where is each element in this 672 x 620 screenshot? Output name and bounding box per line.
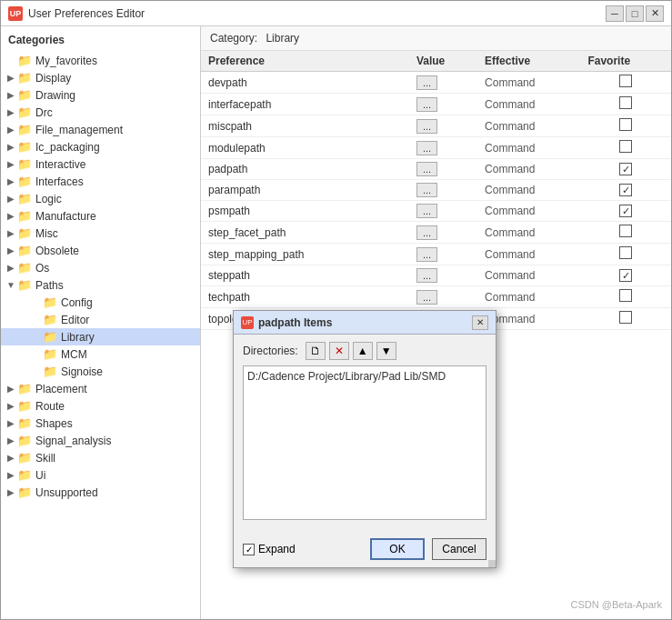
sidebar-item-logic[interactable]: ▶📁Logic bbox=[1, 190, 200, 207]
favorite-checkbox[interactable] bbox=[580, 222, 671, 244]
favorite-checkbox[interactable] bbox=[580, 244, 671, 265]
pref-value: ... bbox=[409, 159, 477, 180]
sidebar-item-manufacture[interactable]: ▶📁Manufacture bbox=[1, 207, 200, 225]
value-button[interactable]: ... bbox=[416, 97, 437, 112]
expand-label: Expand bbox=[258, 543, 296, 555]
resize-handle[interactable] bbox=[488, 560, 496, 567]
move-down-button[interactable]: ▼ bbox=[376, 342, 396, 360]
folder-icon-skill: 📁 bbox=[17, 451, 32, 465]
pref-name: interfacepath bbox=[201, 94, 409, 115]
sidebar-item-signal-analysis[interactable]: ▶📁Signal_analysis bbox=[1, 432, 200, 449]
sidebar-label-signoise: Signoise bbox=[61, 365, 103, 378]
effective-value: Command bbox=[477, 159, 580, 180]
sidebar-label-my-favorites: My_favorites bbox=[35, 55, 97, 67]
sidebar-label-signal-analysis: Signal_analysis bbox=[35, 435, 111, 447]
folder-icon-interactive: 📁 bbox=[17, 157, 32, 171]
favorite-checkbox[interactable] bbox=[580, 72, 671, 94]
sidebar-label-ic-packaging: Ic_packaging bbox=[35, 141, 100, 154]
move-up-button[interactable]: ▲ bbox=[353, 342, 373, 360]
sidebar-item-library[interactable]: 📁Library bbox=[1, 328, 200, 345]
effective-value: Command bbox=[477, 222, 580, 244]
value-button[interactable]: ... bbox=[416, 75, 437, 90]
maximize-button[interactable]: □ bbox=[626, 5, 644, 22]
sidebar-item-drawing[interactable]: ▶📁Drawing bbox=[1, 86, 200, 104]
value-button[interactable]: ... bbox=[416, 162, 437, 176]
favorite-checkbox[interactable]: ✓ bbox=[580, 201, 671, 222]
sidebar-item-signoise[interactable]: 📁Signoise bbox=[1, 363, 200, 380]
sidebar-item-placement[interactable]: ▶📁Placement bbox=[1, 380, 200, 397]
effective-value: Command bbox=[477, 244, 580, 265]
checkbox-unchecked bbox=[619, 289, 632, 302]
value-button[interactable]: ... bbox=[416, 204, 437, 218]
value-button[interactable]: ... bbox=[416, 268, 437, 283]
table-row: modulepath...Command bbox=[201, 137, 671, 159]
pref-name: psmpath bbox=[201, 201, 409, 222]
value-button[interactable]: ... bbox=[416, 183, 437, 197]
sidebar-item-unsupported[interactable]: ▶📁Unsupported bbox=[1, 484, 200, 501]
value-button[interactable]: ... bbox=[416, 247, 437, 262]
sidebar-item-skill[interactable]: ▶📁Skill bbox=[1, 449, 200, 466]
sidebar-item-editor[interactable]: 📁Editor bbox=[1, 311, 200, 328]
folder-icon-editor: 📁 bbox=[43, 313, 57, 326]
sidebar-item-misc[interactable]: ▶📁Misc bbox=[1, 225, 200, 242]
sidebar-item-interactive[interactable]: ▶📁Interactive bbox=[1, 155, 200, 173]
value-button[interactable]: ... bbox=[416, 290, 437, 305]
value-button[interactable]: ... bbox=[416, 141, 437, 155]
pref-value: ... bbox=[409, 201, 477, 222]
expand-checkbox[interactable]: ✓ bbox=[243, 544, 255, 555]
sidebar-item-interfaces[interactable]: ▶📁Interfaces bbox=[1, 173, 200, 190]
toggle-signoise bbox=[30, 365, 43, 378]
favorite-checkbox[interactable]: ✓ bbox=[580, 265, 671, 286]
toggle-placement: ▶ bbox=[5, 383, 17, 395]
sidebar-item-display[interactable]: ▶📁Display bbox=[1, 69, 200, 86]
favorite-checkbox[interactable]: ✓ bbox=[580, 180, 671, 201]
sidebar-item-obsolete[interactable]: ▶📁Obsolete bbox=[1, 242, 200, 259]
favorite-checkbox[interactable] bbox=[580, 115, 671, 137]
sidebar-label-editor: Editor bbox=[61, 314, 89, 326]
col-value: Value bbox=[409, 51, 477, 72]
favorite-checkbox[interactable] bbox=[580, 286, 671, 308]
sidebar-item-mcm[interactable]: 📁MCM bbox=[1, 345, 200, 363]
folder-icon-unsupported: 📁 bbox=[17, 485, 32, 499]
window-title: User Preferences Editor bbox=[28, 7, 145, 20]
folder-icon-shapes: 📁 bbox=[17, 416, 32, 430]
dirs-list[interactable]: D:/Cadence Project/Library/Pad Lib/SMD bbox=[243, 365, 486, 520]
pref-name: techpath bbox=[201, 286, 409, 308]
sidebar-item-file-management[interactable]: ▶📁File_management bbox=[1, 121, 200, 138]
sidebar-item-route[interactable]: ▶📁Route bbox=[1, 397, 200, 415]
sidebar-item-my-favorites[interactable]: 📁My_favorites bbox=[1, 52, 200, 69]
value-button[interactable]: ... bbox=[416, 119, 437, 134]
delete-button[interactable]: ✕ bbox=[329, 342, 349, 360]
folder-icon-signal-analysis: 📁 bbox=[17, 434, 32, 447]
modal-dirs-row: Directories: 🗋 ✕ ▲ ▼ bbox=[243, 342, 486, 360]
sidebar-item-ic-packaging[interactable]: ▶📁Ic_packaging bbox=[1, 138, 200, 155]
ok-button[interactable]: OK bbox=[370, 538, 425, 560]
modal-close-button[interactable]: ✕ bbox=[472, 315, 488, 330]
toggle-display: ▶ bbox=[5, 72, 17, 85]
table-row: padpath...Command✓ bbox=[201, 159, 671, 180]
sidebar-label-unsupported: Unsupported bbox=[35, 486, 98, 499]
sidebar-label-drawing: Drawing bbox=[35, 89, 75, 102]
toggle-misc: ▶ bbox=[5, 227, 17, 240]
minimize-button[interactable]: ─ bbox=[606, 5, 624, 22]
close-button[interactable]: ✕ bbox=[646, 5, 664, 22]
sidebar-item-paths[interactable]: ▼📁Paths bbox=[1, 276, 200, 294]
pref-name: padpath bbox=[201, 159, 409, 180]
checkbox-checked: ✓ bbox=[619, 269, 632, 282]
sidebar-item-ui[interactable]: ▶📁Ui bbox=[1, 466, 200, 484]
favorite-checkbox[interactable] bbox=[580, 308, 671, 330]
toggle-signal-analysis: ▶ bbox=[5, 435, 17, 447]
favorite-checkbox[interactable]: ✓ bbox=[580, 159, 671, 180]
toggle-file-management: ▶ bbox=[5, 124, 17, 136]
cancel-button[interactable]: Cancel bbox=[432, 538, 486, 560]
sidebar-item-config[interactable]: 📁Config bbox=[1, 294, 200, 311]
sidebar-header: Categories bbox=[1, 30, 200, 52]
favorite-checkbox[interactable] bbox=[580, 137, 671, 159]
sidebar-item-os[interactable]: ▶📁Os bbox=[1, 259, 200, 276]
favorite-checkbox[interactable] bbox=[580, 94, 671, 115]
sidebar-item-shapes[interactable]: ▶📁Shapes bbox=[1, 415, 200, 432]
checkbox-checked: ✓ bbox=[619, 205, 632, 217]
new-file-button[interactable]: 🗋 bbox=[306, 342, 326, 360]
sidebar-item-drc[interactable]: ▶📁Drc bbox=[1, 104, 200, 121]
value-button[interactable]: ... bbox=[416, 225, 437, 240]
